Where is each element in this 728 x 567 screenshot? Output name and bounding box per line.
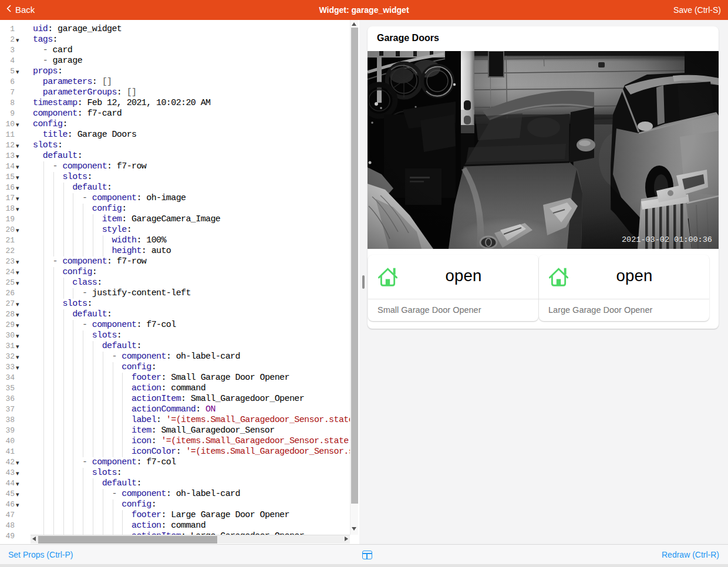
svg-text:2021-03-02 01:00:36: 2021-03-02 01:00:36 — [622, 235, 712, 244]
